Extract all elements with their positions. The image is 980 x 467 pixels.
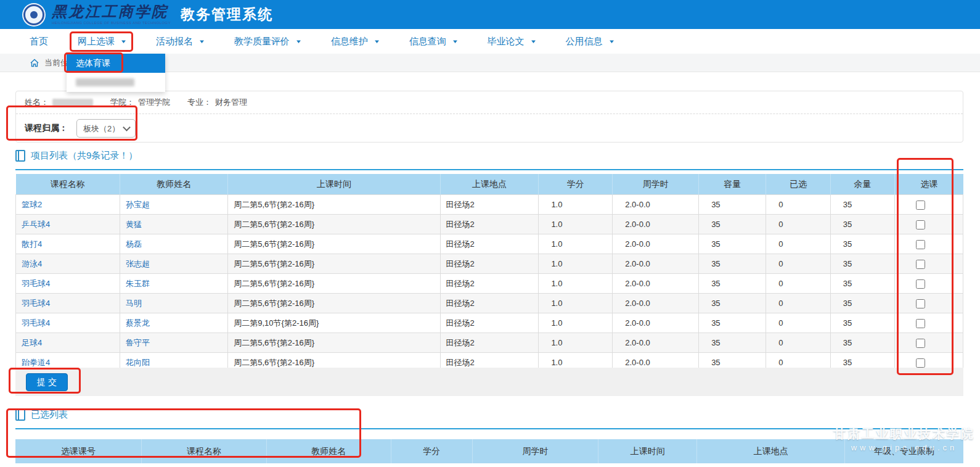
class-location-cell: 田径场2	[440, 234, 539, 254]
course-checkbox[interactable]	[916, 220, 925, 229]
course-checkbox[interactable]	[916, 299, 925, 308]
course-checkbox[interactable]	[916, 240, 925, 249]
nav-item-label: 网上选课	[78, 36, 115, 48]
selected-count-cell: 0	[766, 215, 831, 234]
select-checkbox-cell	[895, 254, 963, 274]
capacity-cell: 35	[699, 294, 766, 313]
nav-item-3[interactable]: 活动报名▼	[156, 36, 205, 48]
capacity-cell: 35	[699, 274, 766, 294]
course-name-cell: 羽毛球4	[16, 274, 120, 294]
submit-button[interactable]: 提 交	[26, 373, 68, 391]
selected-count-cell: 0	[766, 274, 831, 294]
course-link[interactable]: 羽毛球4	[22, 318, 50, 328]
class-location-cell: 田径场2	[440, 215, 539, 234]
selected-count-cell: 0	[766, 333, 831, 353]
dropdown-item-label: 选体育课	[76, 58, 110, 69]
remaining-cell: 35	[830, 313, 895, 333]
course-checkbox[interactable]	[916, 339, 925, 348]
nav-item-7[interactable]: 毕业论文▼	[488, 36, 536, 48]
class-location-cell: 田径场2	[440, 195, 539, 215]
teacher-name-cell: 杨磊	[120, 234, 228, 254]
course-link[interactable]: 游泳4	[22, 259, 42, 268]
course-link[interactable]: 篮球2	[22, 200, 42, 209]
teacher-link[interactable]: 马明	[126, 299, 142, 308]
weekly-hours-cell: 2.0-0.0	[613, 333, 699, 353]
capacity-cell: 35	[699, 215, 766, 234]
course-name-cell: 篮球2	[16, 195, 120, 215]
nav-item-4[interactable]: 教学质量评价▼	[234, 36, 301, 48]
course-link[interactable]: 羽毛球4	[22, 279, 50, 288]
selected-table-header-row: 选课课号课程名称教师姓名学分周学时上课时间上课地点年级、专业限制	[15, 439, 963, 463]
course-checkbox[interactable]	[916, 319, 925, 328]
course-checkbox[interactable]	[916, 260, 925, 269]
nav-item-2[interactable]: 网上选课▼	[78, 36, 126, 48]
teacher-link[interactable]: 蔡景龙	[126, 318, 150, 328]
course-table: 课程名称教师姓名上课时间上课地点学分周学时容量已选余量选课 篮球2孙宝超周二第5…	[15, 174, 963, 373]
nav-item-8[interactable]: 公用信息▼	[566, 36, 615, 48]
column-header: 学分	[539, 174, 613, 195]
nav-item-5[interactable]: 信息维护▼	[331, 36, 380, 48]
teacher-link[interactable]: 杨磊	[126, 239, 142, 249]
student-info-panel: 姓名： 学院： 管理学院 专业： 财务管理 课程归属： 板块（2）	[15, 91, 963, 143]
list-icon	[15, 150, 25, 162]
table-row: 乒乓球4黄猛周二第5,6节{第2-16周}田径场21.02.0-0.035035	[16, 215, 963, 234]
course-checkbox[interactable]	[916, 358, 925, 368]
nav-item-label: 公用信息	[566, 36, 603, 48]
teacher-link[interactable]: 花向阳	[126, 358, 150, 367]
class-location-cell: 田径场2	[440, 313, 539, 333]
selected-list-title: 已选列表	[31, 409, 68, 421]
chevron-down-icon: ▼	[608, 39, 615, 44]
column-header: 余量	[830, 174, 895, 195]
course-link[interactable]: 乒乓球4	[22, 220, 50, 229]
teacher-link[interactable]: 黄猛	[126, 220, 142, 229]
redacted-name-value	[52, 99, 93, 107]
column-header: 课程名称	[16, 174, 120, 195]
capacity-cell: 35	[699, 234, 766, 254]
chevron-down-icon: ▼	[529, 39, 537, 44]
course-name-cell: 乒乓球4	[16, 215, 120, 234]
course-name-cell: 足球4	[16, 333, 120, 353]
table-row: 羽毛球4蔡景龙周二第9,10节{第2-16周}田径场21.02.0-0.0350…	[16, 313, 963, 333]
teacher-link[interactable]: 张志超	[126, 259, 150, 268]
capacity-cell: 35	[699, 254, 766, 274]
weekly-hours-cell: 2.0-0.0	[613, 215, 699, 234]
teacher-name-cell: 蔡景龙	[120, 313, 228, 333]
table-row: 游泳4张志超周二第5,6节{第2-16周}田径场21.02.0-0.035035	[16, 254, 963, 274]
home-icon[interactable]	[30, 58, 39, 68]
selected-count-cell: 0	[766, 254, 831, 274]
select-checkbox-cell	[895, 234, 963, 254]
course-link[interactable]: 散打4	[22, 239, 42, 249]
submit-bar: 提 交	[15, 368, 963, 396]
course-name-cell: 游泳4	[16, 254, 120, 274]
selected-table: 选课课号课程名称教师姓名学分周学时上课时间上课地点年级、专业限制	[15, 439, 963, 463]
column-header: 教师姓名	[267, 439, 391, 463]
selected-count-cell: 0	[766, 294, 831, 313]
remaining-cell: 35	[830, 215, 895, 234]
teacher-name-cell: 孙宝超	[120, 195, 228, 215]
column-header: 课程名称	[142, 439, 267, 463]
nav-list: 首页网上选课▼活动报名▼教学质量评价▼信息维护▼信息查询▼毕业论文▼公用信息▼	[0, 29, 980, 54]
course-checkbox[interactable]	[916, 279, 925, 289]
teacher-link[interactable]: 孙宝超	[126, 200, 150, 209]
system-title: 教务管理系统	[181, 5, 273, 24]
course-filter-select[interactable]: 板块（2）	[76, 119, 136, 138]
nav-item-6[interactable]: 信息查询▼	[409, 36, 458, 48]
teacher-link[interactable]: 朱玉群	[126, 279, 150, 288]
dropdown-item-1[interactable]: 选体育课	[67, 54, 165, 73]
class-time-cell: 周二第9,10节{第2-16周}	[228, 313, 440, 333]
dropdown-item-2[interactable]	[67, 73, 165, 92]
teacher-link[interactable]: 鲁守平	[126, 338, 150, 347]
course-checkbox[interactable]	[916, 200, 925, 210]
remaining-cell: 35	[830, 294, 895, 313]
remaining-cell: 35	[830, 195, 895, 215]
course-link[interactable]: 跆拳道4	[22, 358, 50, 367]
column-header: 上课地点	[697, 439, 845, 463]
remaining-cell: 35	[830, 274, 895, 294]
course-name-cell: 羽毛球4	[16, 313, 120, 333]
course-link[interactable]: 足球4	[22, 338, 42, 347]
weekly-hours-cell: 2.0-0.0	[613, 195, 699, 215]
course-link[interactable]: 羽毛球4	[22, 299, 50, 308]
course-selection-dropdown: 选体育课	[67, 54, 165, 92]
nav-item-1[interactable]: 首页	[30, 36, 48, 48]
teacher-name-cell: 黄猛	[120, 215, 228, 234]
